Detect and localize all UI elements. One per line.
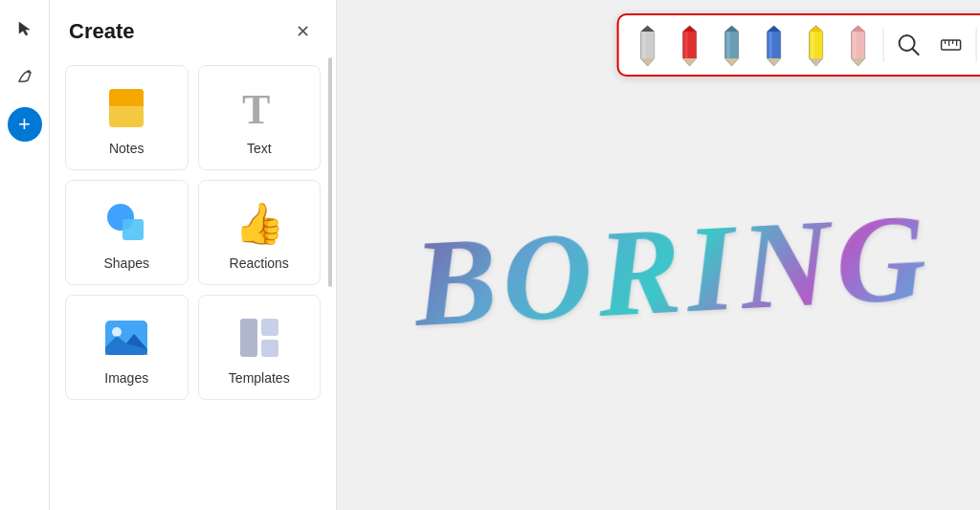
black-pencil-tool[interactable] [629,21,667,69]
panel-scrollbar[interactable] [328,57,332,287]
svg-point-0 [27,71,30,74]
teal-pencil-tool[interactable] [713,21,751,69]
notes-icon [101,83,151,133]
svg-rect-10 [261,319,278,336]
svg-marker-28 [768,26,781,32]
panel-close-button[interactable]: ✕ [288,17,317,46]
grid-item-text[interactable]: T Text [198,65,322,170]
grid-item-images[interactable]: Images [65,295,189,400]
canvas-area[interactable]: ✕ BORING [337,0,980,510]
images-icon [101,313,151,363]
grid-item-templates[interactable]: Templates [198,295,322,400]
svg-point-8 [112,327,122,337]
svg-marker-14 [641,58,655,66]
panel-title: Create [69,19,134,44]
eraser-tool[interactable] [839,21,878,69]
svg-marker-18 [683,26,697,32]
svg-text:T: T [242,86,270,133]
grid-item-shapes[interactable]: Shapes [65,180,189,285]
blue-pencil-tool[interactable] [755,21,793,69]
add-tool-button[interactable]: + [8,107,42,142]
svg-rect-44 [942,40,961,50]
toolbar-separator-1 [883,28,884,62]
images-label: Images [104,370,148,386]
reactions-label: Reactions [230,255,289,271]
pen-tool-button[interactable] [8,59,42,94]
zoom-tool-button[interactable] [890,21,928,69]
svg-marker-39 [852,58,865,66]
text-icon: T [234,83,284,133]
grid-item-reactions[interactable]: 👍 Reactions [198,180,322,285]
drawing-toolbar: ✕ [617,13,980,77]
cursor-tool-button[interactable] [8,11,42,46]
svg-marker-29 [768,58,781,66]
yellow-highlighter-tool[interactable] [797,21,835,69]
shapes-icon [101,198,151,248]
svg-rect-26 [727,32,730,58]
svg-marker-33 [810,26,823,32]
grid-item-notes[interactable]: Notes [65,65,189,170]
svg-rect-3 [109,100,144,106]
svg-line-43 [913,49,919,55]
reactions-icon: 👍 [234,198,284,248]
create-panel: Create ✕ Notes T Text [50,0,337,510]
shapes-label: Shapes [104,255,149,271]
svg-marker-23 [725,26,739,32]
svg-rect-9 [240,319,257,357]
text-label: Text [247,141,272,156]
svg-rect-6 [122,219,144,240]
svg-marker-13 [641,26,655,32]
svg-marker-19 [683,58,697,66]
left-toolbar: + [0,0,50,510]
svg-rect-21 [685,32,688,58]
svg-rect-31 [769,32,772,58]
svg-rect-11 [261,340,278,357]
svg-marker-24 [725,58,739,66]
svg-rect-16 [643,32,646,58]
svg-rect-41 [854,32,857,58]
templates-icon [234,313,284,363]
svg-marker-38 [852,26,865,32]
svg-rect-36 [812,32,814,58]
toolbar-separator-2 [976,28,977,62]
ruler-tool-button[interactable] [932,21,970,69]
red-pencil-tool[interactable] [671,21,709,69]
svg-marker-34 [810,58,823,66]
notes-label: Notes [109,141,145,156]
panel-header: Create ✕ [50,0,336,55]
templates-label: Templates [229,370,290,386]
panel-grid: Notes T Text Shapes 👍 [50,55,336,410]
canvas-drawing-text: BORING [411,184,936,354]
